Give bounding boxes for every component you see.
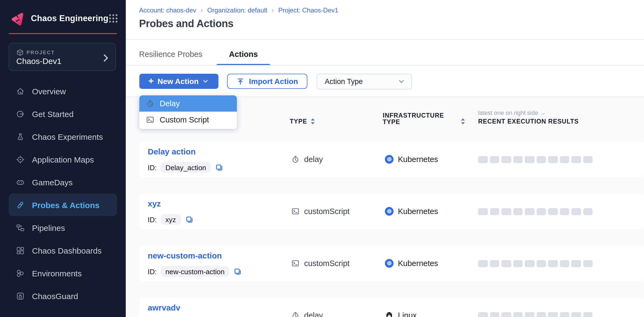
sort-icon[interactable]	[311, 118, 315, 125]
terminal-icon	[146, 115, 154, 124]
id-label: ID:	[148, 267, 157, 276]
sidebar-item-chaos-dashboards[interactable]: Chaos Dashboards	[9, 239, 117, 262]
copy-icon[interactable]	[185, 216, 193, 223]
execution-result-placeholder	[571, 312, 581, 317]
column-header-infrastructure-type[interactable]: INFRASTRUCTURE TYPE	[383, 113, 434, 125]
tab-actions[interactable]: Actions	[217, 43, 270, 66]
execution-result-placeholder	[478, 312, 488, 317]
action-id-value: Delay_action	[160, 162, 211, 173]
execution-result-placeholder	[536, 312, 546, 317]
tab-bar-divider	[126, 65, 644, 66]
new-action-button[interactable]: + New Action	[139, 74, 218, 89]
column-header-recent-execution-results: RECENT EXECUTION RESULTS	[478, 118, 579, 125]
action-name-link[interactable]: xyz	[148, 199, 161, 208]
table-row[interactable]: Delay action ID: Delay_action delay ☸ Ku…	[139, 141, 644, 177]
tab-resilience-probes[interactable]: Resilience Probes	[139, 43, 202, 66]
header-divider	[126, 39, 644, 40]
project-name: Chaos-Dev1	[16, 56, 62, 66]
breadcrumb: Account: chaos-dev › Organization: defau…	[139, 7, 338, 14]
page-title: Probes and Actions	[139, 18, 233, 30]
terminal-icon	[291, 259, 300, 268]
sidebar-item-get-started[interactable]: Get Started	[9, 102, 117, 125]
execution-result-placeholder	[490, 156, 499, 163]
gamepad-icon	[16, 177, 25, 187]
id-label: ID:	[148, 163, 157, 172]
sidebar-item-probes-actions[interactable]: Probes & Actions	[9, 193, 117, 216]
execution-result-placeholder	[525, 156, 534, 163]
action-name-link[interactable]: new-custom-action	[148, 251, 222, 260]
pipelines-icon	[16, 223, 25, 232]
execution-result-placeholder	[536, 260, 546, 267]
table-row[interactable]: new-custom-action ID: new-custom-action …	[139, 245, 644, 281]
execution-result-placeholder	[560, 312, 569, 317]
execution-result-placeholder	[560, 260, 569, 267]
execution-result-placeholder	[478, 260, 488, 267]
sidebar-item-label: ChaosGuard	[32, 291, 78, 300]
action-type-value: customScript	[304, 259, 350, 268]
sidebar-item-chaosguard[interactable]: ChaosGuard	[9, 284, 117, 307]
sidebar-item-application-maps[interactable]: Application Maps	[9, 148, 117, 171]
sort-icon[interactable]	[461, 118, 465, 125]
execution-result-placeholder	[548, 312, 558, 317]
sidebar-item-label: Pipelines	[32, 223, 65, 232]
execution-result-placeholder	[513, 312, 523, 317]
execution-result-placeholder	[525, 208, 534, 215]
id-label: ID:	[148, 215, 157, 224]
sidebar-item-pipelines[interactable]: Pipelines	[9, 216, 117, 239]
app-window: Chaos Engineering PROJECT Chaos-Dev1 Ove…	[0, 0, 644, 317]
new-action-label: New Action	[157, 77, 198, 86]
execution-result-placeholder	[571, 156, 581, 163]
action-type-filter-select[interactable]: Action Type	[317, 74, 412, 89]
kubernetes-icon: ☸	[385, 155, 394, 164]
action-name-link[interactable]: Delay action	[148, 147, 196, 156]
execution-result-placeholder	[583, 260, 593, 267]
sidebar-item-label: Chaos Experiments	[32, 132, 103, 141]
linux-icon	[385, 311, 394, 317]
project-selector[interactable]: PROJECT Chaos-Dev1	[9, 43, 116, 71]
sidebar-nav: Overview Get Started Chaos Experiments A…	[0, 80, 126, 307]
infrastructure-value: Kubernetes	[398, 207, 438, 216]
sidebar-item-label: Overview	[32, 86, 66, 96]
harness-chaos-logo-icon	[10, 11, 25, 26]
table-row[interactable]: awrvadv delay Linux	[139, 297, 644, 317]
execution-result-placeholder	[490, 312, 499, 317]
menu-item-delay[interactable]: Delay	[139, 95, 237, 112]
recent-execution-results	[478, 193, 593, 229]
sidebar-item-gamedays[interactable]: GameDays	[9, 171, 117, 193]
terminal-icon	[291, 207, 300, 216]
execution-result-placeholder	[478, 156, 488, 163]
recent-execution-results	[478, 245, 593, 281]
sidebar-item-label: Get Started	[32, 109, 73, 118]
action-name-link[interactable]: awrvadv	[148, 303, 180, 312]
execution-result-placeholder	[501, 312, 511, 317]
sidebar-item-overview[interactable]: Overview	[9, 80, 117, 102]
breadcrumb-separator: ›	[201, 7, 203, 14]
execution-result-placeholder	[536, 208, 546, 215]
execution-result-placeholder	[525, 260, 534, 267]
hexagons-icon	[16, 269, 25, 278]
main-content: Account: chaos-dev › Organization: defau…	[126, 0, 644, 317]
breadcrumb-account-link[interactable]: Account: chaos-dev	[139, 7, 196, 14]
tab-actions-label: Actions	[229, 50, 258, 59]
sidebar-item-label: GameDays	[32, 177, 73, 187]
new-action-dropdown-menu: Delay Custom Script	[139, 95, 237, 129]
column-header-type[interactable]: TYPE	[290, 118, 307, 125]
execution-result-placeholder	[501, 156, 511, 163]
breadcrumb-project-link[interactable]: Project: Chaos-Dev1	[278, 7, 338, 14]
table-row[interactable]: xyz ID: xyz customScript ☸ Kubernetes	[139, 193, 644, 229]
action-id-value: new-custom-action	[160, 266, 229, 277]
menu-item-custom-script[interactable]: Custom Script	[139, 112, 237, 128]
copy-icon[interactable]	[215, 164, 223, 171]
app-grid-menu-icon[interactable]	[108, 14, 118, 23]
sidebar-item-chaos-experiments[interactable]: Chaos Experiments	[9, 125, 117, 148]
sidebar-item-environments[interactable]: Environments	[9, 262, 117, 284]
dashboard-icon	[16, 246, 25, 255]
action-id-value: xyz	[160, 214, 181, 225]
copy-icon[interactable]	[234, 268, 241, 275]
infrastructure-value: Kubernetes	[398, 155, 438, 164]
action-type-value: delay	[304, 311, 323, 317]
breadcrumb-organization-link[interactable]: Organization: default	[207, 7, 268, 14]
kubernetes-icon: ☸	[385, 259, 394, 268]
stopwatch-icon	[291, 311, 300, 317]
import-action-button[interactable]: Import Action	[227, 74, 307, 89]
